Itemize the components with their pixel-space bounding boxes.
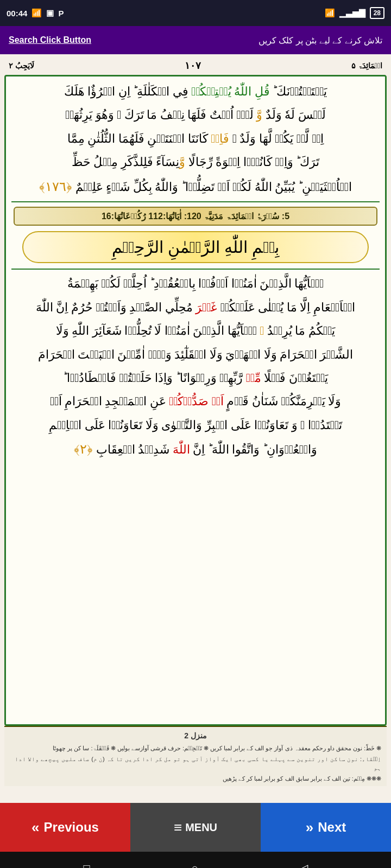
footnote-line1: ❋ خَطّ: نون محقق داو رحکم معقدہ ذی آواز …: [10, 744, 381, 753]
quran-line-1: يَسۡتَفۡتُوۡنَكَ ؕ قُلِ اللّٰهُ يُفۡتِيۡ…: [11, 80, 380, 103]
recent-apps-button[interactable]: □: [83, 862, 90, 869]
next-button[interactable]: » Next: [261, 803, 391, 852]
signal-bars: ▁▃▅▇: [339, 8, 365, 18]
status-bar: 00:44 📶 ▣ P 📶 ▁▃▅▇ 28: [0, 0, 391, 26]
android-nav-bar: □ ○ ◁: [0, 852, 391, 868]
previous-icon: «: [31, 819, 39, 836]
quran-line-2: لَيۡسَ لَهٗ وَلَدٌ وَّ لَهٗۤ اُخۡتٌ فَلَ…: [11, 103, 380, 126]
surah-info-text: 5: سُوۡرَۃُ الۡمَائِدَۃ مَدَنِيَّۃ 120: …: [102, 212, 289, 221]
page-number: ١٠٧: [185, 60, 201, 72]
urdu-instruction: تلاش کرنے کے لیے بٹن پر کلک کریں: [258, 35, 382, 46]
sim-icon: 📶: [31, 8, 42, 18]
manzil-label: منزل 2: [10, 730, 381, 742]
status-left: 00:44 📶 ▣ P: [7, 8, 64, 18]
quran-line-12: تَعۡتَدُوۡا ۘ وَ تَعَاوَنُوۡا عَلَى الۡب…: [11, 413, 380, 437]
quran-line-6: يٰۤاَيُّهَا الَّذِيۡنَ اٰمَنُوۡا اَوۡفُو…: [11, 272, 380, 295]
footnote-line2: اِخۡفَاء: نون ساکن اور تنوین سے پہلے یا …: [10, 755, 381, 773]
footnote-line3: ❋❋❋ مِيۡم: تین الف کے برابر سابق الف کو …: [10, 774, 381, 783]
page-header: الۡمَائِدَۃ ۵ ١٠٧ لَايَجِبُ ٢: [4, 59, 387, 75]
status-right: 📶 ▁▃▅▇ 28: [325, 7, 384, 19]
surah-info-box: 5: سُوۡرَۃُ الۡمَائِدَۃ مَدَنِيَّۃ 120: …: [14, 207, 377, 226]
quran-line-9: الشَّهۡرَ الۡحَرَامَ وَلَا الۡهَدۡيَ وَل…: [11, 343, 380, 366]
screen-icon: ▣: [46, 8, 54, 18]
next-icon: »: [306, 819, 313, 836]
divider-2: [11, 269, 380, 270]
quran-line-10: يَبۡتَغُوۡنَ فَضۡلًا مِّنۡ رَّبِّهِمۡ وَ…: [11, 366, 380, 390]
quran-line-4: تَرَكَ ؕ وَاِنۡ كَانُوۡۤا اِخۡوَةً رِّجَ…: [11, 150, 380, 174]
surah-label-right: لَايَجِبُ ٢: [9, 61, 34, 70]
back-button[interactable]: ◁: [300, 861, 308, 868]
bismillah-text: بِسۡمِ اللّٰهِ الرَّحۡمٰنِ الرَّحِيۡمِ: [112, 238, 280, 256]
search-button-label[interactable]: Search Click Button: [9, 35, 91, 45]
menu-button[interactable]: ≡ MENU: [130, 803, 261, 852]
quran-line-13: وَالۡعُدۡوَانِ ؕ وَاتَّقُوا اللّٰهَ ؕ اِ…: [11, 437, 380, 462]
p-icon: P: [58, 9, 64, 18]
previous-label: Previous: [44, 820, 99, 835]
surah-label-left: الۡمَائِدَۃ ۵: [351, 61, 382, 70]
header: Search Click Button تلاش کرنے کے لیے بٹن…: [0, 26, 391, 54]
bismillah-box: بِسۡمِ اللّٰهِ الرَّحۡمٰنِ الرَّحِيۡمِ: [22, 231, 369, 263]
footnote-area: منزل 2 ❋ خَطّ: نون محقق داو رحکم معقدہ ذ…: [4, 726, 387, 786]
next-label: Next: [318, 820, 346, 835]
navigation-bar: « Previous ≡ MENU » Next: [0, 803, 391, 852]
quran-container: الۡمَائِدَۃ ۵ ١٠٧ لَايَجِبُ ٢ يَسۡتَفۡتُ…: [0, 54, 391, 803]
quran-line-8: يَحۡكُمُ مَا يُرِيۡدُ ۞ يٰۤاَيُّهَا الَّ…: [11, 319, 380, 342]
quran-page: يَسۡتَفۡتُوۡنَكَ ؕ قُلِ اللّٰهُ يُفۡتِيۡ…: [4, 75, 387, 726]
quran-line-5: الۡاُنۡثَيَيۡنِ ؕ يُبَيِّنُ اللّٰهُ لَكُ…: [11, 174, 380, 200]
wifi-icon: 📶: [325, 8, 335, 18]
quran-line-3: اِنۡ لَّمۡ يَكُنۡ لَّهَا وَلَدٌ ۚ فَاِنۡ…: [11, 127, 380, 150]
previous-button[interactable]: « Previous: [0, 803, 130, 852]
divider-1: [11, 201, 380, 202]
battery-display: 28: [370, 7, 384, 19]
home-button[interactable]: ○: [192, 862, 198, 869]
menu-label: MENU: [185, 821, 217, 834]
quran-line-11: وَلَا يَجۡرِمَنَّكُمۡ شَنَاٰنُ قَوۡمٍ اَ…: [11, 390, 380, 413]
menu-icon: ≡: [174, 819, 182, 836]
time-display: 00:44: [7, 9, 27, 18]
quran-line-7: الۡاَنۡعَامِ اِلَّا مَا يُتۡلٰى عَلَيۡكُ…: [11, 296, 380, 319]
